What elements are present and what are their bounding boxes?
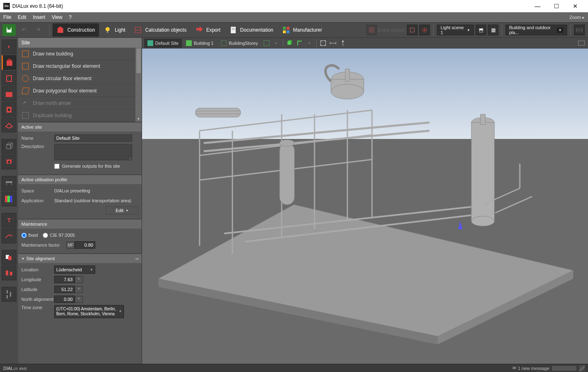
menu-insert[interactable]: Insert — [33, 14, 45, 20]
bc-nav-arrow[interactable]: ▸ — [271, 39, 281, 48]
settings-icon[interactable] — [419, 25, 430, 35]
location-combo[interactable]: Lüdenscheid▼ — [54, 266, 95, 274]
site-name-input[interactable] — [54, 134, 132, 142]
draw-item-label: Draw circular floor element — [33, 76, 92, 81]
vtool-storey[interactable] — [2, 71, 16, 85]
vtool-1[interactable] — [2, 39, 16, 54]
measure-button[interactable] — [328, 39, 338, 48]
viewport[interactable]: Default Site Building 1 BuildingStorey ▸… — [142, 38, 588, 364]
draw-tool-list: Draw new building Draw rectangular floor… — [18, 48, 142, 122]
svg-rect-47 — [10, 292, 11, 297]
maintenance-section: Maintenance fixed CIE 97:2005 Maintenanc… — [18, 219, 142, 253]
mode-export[interactable]: Export — [191, 23, 225, 37]
save-button[interactable] — [2, 24, 16, 36]
menu-edit[interactable]: Edit — [18, 14, 26, 20]
breadcrumb-site[interactable]: Default Site — [144, 39, 182, 48]
vtool-floor[interactable] — [2, 118, 16, 132]
section-header[interactable]: ▼Site alignment⊸ — [18, 254, 142, 263]
mfr-icon — [283, 26, 290, 34]
svg-rect-49 — [186, 40, 192, 46]
mode-toolbar: ↶ ↷ Construction Light Calculation objec… — [0, 22, 588, 38]
maximize-button[interactable]: ☐ — [547, 0, 566, 12]
mode-construction[interactable]: Construction — [53, 23, 99, 37]
vtool-table[interactable] — [2, 176, 16, 191]
deg-unit: ° — [75, 276, 83, 283]
mode-documentation[interactable]: Documentation — [225, 23, 278, 37]
panel-toggle-icon[interactable] — [574, 25, 585, 35]
undo-button[interactable]: ↶ — [17, 24, 30, 36]
draw-new-building[interactable]: Draw new building — [18, 48, 142, 60]
svg-marker-60 — [342, 40, 344, 42]
resize-handle[interactable] — [579, 365, 585, 371]
draw-rect-floor[interactable]: Draw rectangular floor element — [18, 60, 142, 72]
scene-icon-2[interactable]: ▦ — [488, 25, 498, 35]
close-button[interactable]: ✕ — [566, 0, 585, 12]
vtool-line[interactable] — [2, 229, 16, 243]
maximize-view-button[interactable] — [577, 39, 586, 48]
toggle-icon-1[interactable] — [407, 25, 418, 35]
scene-icon-1[interactable]: ⬒ — [475, 25, 486, 35]
viewplan-button[interactable] — [295, 39, 305, 48]
menu-file[interactable]: File — [3, 14, 11, 20]
fixed-radio[interactable] — [21, 233, 27, 238]
draw-item-label: Draw polygonal floor element — [33, 88, 96, 94]
vtool-room[interactable] — [2, 86, 16, 101]
svg-rect-84 — [195, 108, 241, 117]
info-button[interactable] — [338, 39, 348, 48]
mail-icon[interactable]: ✉ — [512, 365, 516, 371]
svg-rect-35 — [6, 181, 12, 183]
svg-rect-52 — [287, 42, 291, 45]
vtool-help[interactable] — [2, 287, 16, 302]
edit-profile-button[interactable]: Edit▸ — [106, 206, 138, 215]
vtool-opening[interactable] — [2, 102, 16, 117]
mf-input[interactable] — [75, 241, 95, 249]
menu-help[interactable]: ? — [69, 14, 72, 20]
vtool-furniture[interactable] — [2, 155, 16, 169]
view-combo[interactable]: Building and outdoor pla...▼ — [505, 25, 567, 35]
breadcrumb-building[interactable]: Building 1 — [183, 39, 217, 48]
light-scene-combo[interactable]: Light scene 1▼ — [437, 25, 474, 35]
menu-view[interactable]: View — [52, 14, 62, 20]
vtool-text[interactable]: T — [2, 213, 16, 228]
draw-circle-floor[interactable]: Draw circular floor element — [18, 72, 142, 85]
space-label: Space — [21, 188, 54, 193]
gen-outputs-label: Generate outputs for this site — [62, 164, 120, 169]
draw-scrollbar[interactable]: ▲▼ — [135, 48, 142, 122]
view3d-button[interactable] — [285, 39, 295, 48]
vtool-site[interactable] — [2, 55, 16, 70]
cie-radio[interactable] — [43, 233, 48, 238]
redo-button[interactable]: ↷ — [32, 24, 45, 36]
message-count[interactable]: 1 new message — [518, 366, 549, 371]
doc-icon — [230, 26, 237, 34]
mode-manufacturer[interactable]: Manufacturer — [278, 23, 326, 37]
light-icon — [104, 26, 111, 34]
bc-nav-1[interactable] — [262, 39, 271, 48]
scene-3d[interactable] — [142, 49, 588, 364]
site-desc-input[interactable] — [54, 144, 132, 160]
tz-combo[interactable]: (UTC+01:00) Amsterdam, Berlin, Bern, Rom… — [54, 305, 124, 318]
view-add-arrow[interactable]: ▸ — [305, 39, 315, 48]
vtool-align[interactable] — [2, 266, 16, 280]
cie-label: CIE 97:2005 — [50, 233, 75, 238]
mode-light[interactable]: Light — [100, 23, 129, 37]
minimize-button[interactable]: — — [528, 0, 547, 12]
zoom-control[interactable]: Zoom ▸ — [570, 15, 585, 20]
vtool-copy[interactable] — [2, 250, 16, 265]
draw-poly-floor[interactable]: Draw polygonal floor element — [18, 85, 142, 97]
building-icon — [186, 40, 192, 46]
message-box[interactable] — [552, 366, 577, 371]
vtool-cube[interactable] — [2, 139, 16, 154]
lat-input[interactable] — [54, 286, 75, 293]
project-icon-button[interactable] — [366, 25, 377, 35]
svg-marker-24 — [6, 58, 13, 61]
north-input[interactable] — [54, 296, 75, 303]
gen-outputs-checkbox[interactable] — [54, 164, 60, 169]
lon-input[interactable] — [54, 276, 75, 283]
vtool-color[interactable] — [2, 192, 16, 206]
fixed-label: fixed — [28, 233, 38, 238]
fullscreen-button[interactable] — [318, 39, 328, 48]
breadcrumb-storey[interactable]: BuildingStorey — [218, 39, 261, 48]
view-combo-label: Building and outdoor pla... — [509, 25, 555, 35]
mode-calculation[interactable]: Calculation objects — [130, 23, 191, 37]
mode-calc-label: Calculation objects — [145, 27, 186, 33]
